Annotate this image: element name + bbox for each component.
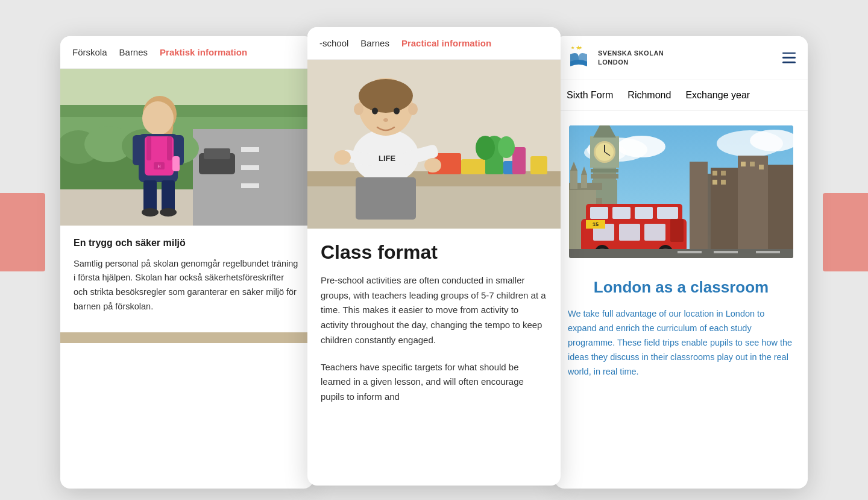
right-nav-item-1-active[interactable]: Sixth Form [567, 90, 613, 101]
svg-rect-114 [569, 249, 793, 258]
right-content-body: We take full advantage of our location i… [568, 307, 794, 379]
school-logo-text: SVENSKA SKOLAN LONDON [598, 49, 664, 66]
svg-rect-56 [356, 177, 416, 220]
svg-rect-76 [712, 180, 717, 185]
svg-text:15: 15 [593, 221, 599, 227]
svg-rect-116 [714, 251, 738, 253]
svg-text:H: H [157, 164, 160, 168]
school-name: SVENSKA SKOLAN [598, 49, 664, 57]
left-content-area: En trygg och säker miljö Samtlig persona… [60, 226, 313, 327]
svg-rect-78 [741, 162, 746, 166]
svg-rect-79 [750, 162, 755, 166]
phone-left: Förskola Barnes Praktisk information [60, 36, 313, 489]
svg-rect-5 [241, 147, 259, 152]
left-hero-image: H [60, 69, 313, 226]
left-nav-item-2[interactable]: Barnes [119, 47, 148, 57]
middle-nav-item-3-active[interactable]: Practical information [401, 38, 491, 48]
svg-point-58 [334, 150, 351, 165]
middle-content-body2: Teachers have specific targets for what … [321, 360, 547, 405]
school-city: LONDON [598, 58, 664, 66]
svg-point-32 [160, 208, 177, 217]
right-nav-item-2[interactable]: Richmond [627, 90, 671, 101]
left-phone-nav: Förskola Barnes Praktisk information [60, 36, 313, 69]
svg-rect-89 [591, 174, 618, 179]
left-nav-item-1[interactable]: Förskola [72, 47, 107, 57]
svg-rect-75 [721, 171, 726, 176]
svg-rect-94 [570, 171, 577, 189]
svg-point-43 [498, 136, 515, 158]
svg-point-55 [383, 118, 388, 122]
svg-point-54 [394, 107, 400, 114]
pink-bar-left [0, 193, 45, 271]
middle-content-area: Class format Pre-school activities are o… [307, 229, 561, 429]
svg-rect-72 [738, 156, 768, 258]
svg-rect-37 [461, 159, 485, 174]
left-hero-svg: H [60, 69, 313, 226]
svg-point-50 [359, 79, 413, 113]
svg-rect-7 [241, 183, 259, 188]
svg-point-44 [476, 136, 495, 160]
right-phone-nav: SVENSKA SKOLAN LONDON [555, 36, 808, 80]
phone-middle: -school Barnes Practical information [307, 27, 561, 486]
svg-rect-117 [756, 251, 780, 253]
phones-container: Förskola Barnes Praktisk information [60, 18, 808, 489]
svg-rect-73 [768, 165, 793, 258]
svg-point-31 [142, 208, 159, 217]
svg-point-57 [424, 158, 441, 172]
svg-text:LIFE: LIFE [379, 154, 395, 163]
right-hero-container: 15 [555, 111, 808, 258]
school-logo-icon [565, 45, 592, 71]
middle-nav-item-1[interactable]: -school [319, 38, 348, 48]
svg-rect-95 [581, 175, 587, 188]
svg-rect-106 [644, 224, 665, 241]
svg-rect-21 [133, 135, 143, 165]
pink-bar-right [823, 193, 868, 271]
svg-rect-88 [591, 169, 618, 172]
svg-rect-107 [670, 219, 684, 242]
middle-content-body1: Pre-school activities are often conducte… [321, 273, 547, 348]
right-content-title: London as a classroom [568, 277, 794, 298]
left-content-body: Samtlig personal på skolan genomgår rege… [74, 257, 300, 315]
middle-nav-item-2[interactable]: Barnes [360, 38, 389, 48]
left-content-title: En trygg och säker miljö [74, 238, 300, 248]
middle-content-title: Class format [321, 241, 547, 264]
middle-hero-image: LIFE [307, 60, 561, 229]
right-hero-image: 15 [569, 125, 793, 258]
left-beige-footer [60, 332, 313, 343]
svg-rect-103 [657, 207, 678, 219]
left-nav-item-3-active[interactable]: Praktisk information [160, 47, 247, 57]
school-logo: SVENSKA SKOLAN LONDON [565, 45, 770, 71]
right-hero-svg: 15 [569, 125, 793, 258]
svg-rect-74 [712, 171, 717, 176]
svg-point-52 [408, 103, 418, 115]
svg-rect-28 [172, 156, 180, 171]
middle-phone-nav: -school Barnes Practical information [307, 27, 561, 60]
hamburger-menu[interactable] [782, 51, 797, 65]
right-content-area: London as a classroom We take full advan… [555, 265, 808, 391]
svg-rect-102 [635, 207, 653, 219]
svg-point-19 [142, 101, 174, 135]
svg-rect-100 [590, 207, 608, 219]
right-nav-item-3[interactable]: Exchange year [685, 90, 750, 101]
svg-rect-115 [678, 251, 702, 253]
phone-right: SVENSKA SKOLAN LONDON Sixth Form Richmon… [555, 36, 808, 489]
svg-rect-24 [146, 136, 151, 160]
svg-rect-101 [612, 207, 631, 219]
svg-rect-40 [512, 147, 526, 174]
svg-point-51 [354, 103, 363, 115]
svg-rect-41 [530, 156, 547, 174]
svg-rect-6 [241, 165, 259, 170]
svg-rect-80 [759, 165, 764, 169]
svg-rect-4 [193, 129, 313, 226]
right-phone-nav-secondary: Sixth Form Richmond Exchange year [555, 80, 808, 111]
svg-point-53 [372, 107, 378, 114]
svg-rect-9 [204, 148, 230, 159]
svg-rect-77 [721, 180, 726, 185]
svg-rect-25 [167, 136, 172, 160]
svg-rect-70 [690, 162, 708, 258]
svg-rect-105 [619, 224, 640, 241]
middle-hero-svg: LIFE [307, 60, 561, 229]
